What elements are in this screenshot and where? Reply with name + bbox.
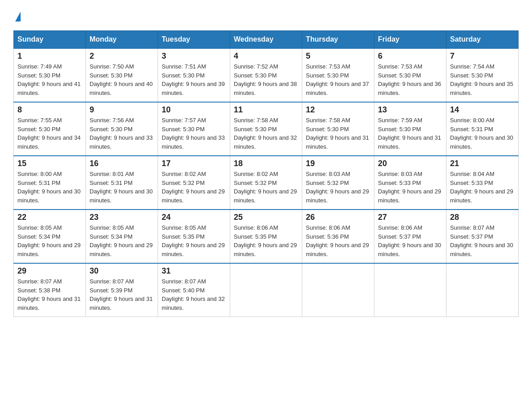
day-number: 11 [234,105,298,115]
day-number: 10 [162,105,226,115]
calendar-cell: 8 Sunrise: 7:55 AM Sunset: 5:30 PM Dayli… [14,102,86,156]
day-number: 14 [450,105,515,115]
calendar-cell: 3 Sunrise: 7:51 AM Sunset: 5:30 PM Dayli… [158,48,230,102]
calendar-cell: 21 Sunrise: 8:04 AM Sunset: 5:33 PM Dayl… [446,156,519,210]
calendar-cell: 5 Sunrise: 7:53 AM Sunset: 5:30 PM Dayli… [302,48,374,102]
day-info: Sunrise: 7:51 AM Sunset: 5:30 PM Dayligh… [162,62,226,97]
day-number: 1 [17,51,82,61]
calendar-cell [230,263,302,317]
calendar-cell: 23 Sunrise: 8:05 AM Sunset: 5:34 PM Dayl… [86,210,158,263]
day-info: Sunrise: 8:05 AM Sunset: 5:34 PM Dayligh… [17,223,82,258]
calendar-cell: 4 Sunrise: 7:52 AM Sunset: 5:30 PM Dayli… [230,48,302,102]
day-info: Sunrise: 8:00 AM Sunset: 5:31 PM Dayligh… [17,170,82,205]
calendar-cell: 20 Sunrise: 8:03 AM Sunset: 5:33 PM Dayl… [374,156,446,210]
calendar-cell: 17 Sunrise: 8:02 AM Sunset: 5:32 PM Dayl… [158,156,230,210]
day-number: 2 [90,51,154,61]
calendar-cell: 26 Sunrise: 8:06 AM Sunset: 5:36 PM Dayl… [302,210,374,263]
day-number: 22 [17,213,82,222]
day-number: 6 [378,51,442,61]
day-info: Sunrise: 7:54 AM Sunset: 5:30 PM Dayligh… [450,62,515,97]
day-info: Sunrise: 7:49 AM Sunset: 5:30 PM Dayligh… [17,62,82,97]
week-row-1: 1 Sunrise: 7:49 AM Sunset: 5:30 PM Dayli… [14,48,519,102]
day-info: Sunrise: 7:52 AM Sunset: 5:30 PM Dayligh… [234,62,298,97]
logo-text [13,9,21,21]
day-number: 13 [378,105,442,115]
calendar-cell: 28 Sunrise: 8:07 AM Sunset: 5:37 PM Dayl… [446,210,519,263]
day-number: 3 [162,51,226,61]
calendar-cell: 16 Sunrise: 8:01 AM Sunset: 5:31 PM Dayl… [86,156,158,210]
weekday-header-row: SundayMondayTuesdayWednesdayThursdayFrid… [14,31,519,49]
weekday-header-friday: Friday [374,31,446,49]
day-info: Sunrise: 7:55 AM Sunset: 5:30 PM Dayligh… [17,116,82,151]
day-number: 24 [162,213,226,222]
week-row-5: 29 Sunrise: 8:07 AM Sunset: 5:38 PM Dayl… [14,263,519,317]
day-number: 26 [306,213,370,222]
day-number: 21 [450,159,515,168]
day-info: Sunrise: 7:59 AM Sunset: 5:30 PM Dayligh… [378,116,442,151]
day-info: Sunrise: 7:56 AM Sunset: 5:30 PM Dayligh… [90,116,154,151]
day-number: 15 [17,159,82,168]
weekday-header-monday: Monday [86,31,158,49]
day-info: Sunrise: 8:05 AM Sunset: 5:35 PM Dayligh… [162,223,226,258]
calendar-cell: 27 Sunrise: 8:06 AM Sunset: 5:37 PM Dayl… [374,210,446,263]
calendar-cell: 9 Sunrise: 7:56 AM Sunset: 5:30 PM Dayli… [86,102,158,156]
day-number: 20 [378,159,442,168]
day-number: 7 [450,51,515,61]
day-number: 9 [90,105,154,115]
week-row-2: 8 Sunrise: 7:55 AM Sunset: 5:30 PM Dayli… [14,102,519,156]
day-number: 12 [306,105,370,115]
day-info: Sunrise: 8:07 AM Sunset: 5:38 PM Dayligh… [17,277,82,312]
day-info: Sunrise: 8:02 AM Sunset: 5:32 PM Dayligh… [234,170,298,205]
calendar-cell: 30 Sunrise: 8:07 AM Sunset: 5:39 PM Dayl… [86,263,158,317]
calendar-cell: 11 Sunrise: 7:58 AM Sunset: 5:30 PM Dayl… [230,102,302,156]
calendar-cell: 18 Sunrise: 8:02 AM Sunset: 5:32 PM Dayl… [230,156,302,210]
day-info: Sunrise: 7:53 AM Sunset: 5:30 PM Dayligh… [306,62,370,97]
calendar-cell: 13 Sunrise: 7:59 AM Sunset: 5:30 PM Dayl… [374,102,446,156]
weekday-header-tuesday: Tuesday [158,31,230,49]
calendar-cell [446,263,519,317]
week-row-3: 15 Sunrise: 8:00 AM Sunset: 5:31 PM Dayl… [14,156,519,210]
day-info: Sunrise: 8:07 AM Sunset: 5:40 PM Dayligh… [162,277,226,312]
calendar-cell: 14 Sunrise: 8:00 AM Sunset: 5:31 PM Dayl… [446,102,519,156]
calendar-cell: 10 Sunrise: 7:57 AM Sunset: 5:30 PM Dayl… [158,102,230,156]
day-number: 25 [234,213,298,222]
day-info: Sunrise: 7:58 AM Sunset: 5:30 PM Dayligh… [234,116,298,151]
day-number: 8 [17,105,82,115]
day-info: Sunrise: 8:05 AM Sunset: 5:34 PM Dayligh… [90,223,154,258]
day-number: 16 [90,159,154,168]
day-info: Sunrise: 7:53 AM Sunset: 5:30 PM Dayligh… [378,62,442,97]
day-info: Sunrise: 8:07 AM Sunset: 5:39 PM Dayligh… [90,277,154,312]
day-number: 31 [162,266,226,276]
day-number: 23 [90,213,154,222]
weekday-header-saturday: Saturday [446,31,519,49]
day-number: 18 [234,159,298,168]
calendar-cell [374,263,446,317]
day-info: Sunrise: 8:06 AM Sunset: 5:36 PM Dayligh… [306,223,370,258]
day-info: Sunrise: 8:03 AM Sunset: 5:32 PM Dayligh… [306,170,370,205]
calendar-cell: 1 Sunrise: 7:49 AM Sunset: 5:30 PM Dayli… [14,48,86,102]
logo-triangle-icon [15,12,21,21]
day-info: Sunrise: 8:01 AM Sunset: 5:31 PM Dayligh… [90,170,154,205]
day-number: 19 [306,159,370,168]
day-number: 28 [450,213,515,222]
calendar-cell: 31 Sunrise: 8:07 AM Sunset: 5:40 PM Dayl… [158,263,230,317]
weekday-header-wednesday: Wednesday [230,31,302,49]
calendar-cell: 15 Sunrise: 8:00 AM Sunset: 5:31 PM Dayl… [14,156,86,210]
calendar-cell: 22 Sunrise: 8:05 AM Sunset: 5:34 PM Dayl… [14,210,86,263]
calendar-cell: 19 Sunrise: 8:03 AM Sunset: 5:32 PM Dayl… [302,156,374,210]
day-number: 5 [306,51,370,61]
calendar-cell [302,263,374,317]
day-number: 30 [90,266,154,276]
calendar-cell: 25 Sunrise: 8:06 AM Sunset: 5:35 PM Dayl… [230,210,302,263]
calendar-cell: 2 Sunrise: 7:50 AM Sunset: 5:30 PM Dayli… [86,48,158,102]
day-info: Sunrise: 8:06 AM Sunset: 5:35 PM Dayligh… [234,223,298,258]
page-header [13,9,519,21]
day-info: Sunrise: 8:04 AM Sunset: 5:33 PM Dayligh… [450,170,515,205]
calendar-cell: 24 Sunrise: 8:05 AM Sunset: 5:35 PM Dayl… [158,210,230,263]
day-info: Sunrise: 7:58 AM Sunset: 5:30 PM Dayligh… [306,116,370,151]
day-info: Sunrise: 8:02 AM Sunset: 5:32 PM Dayligh… [162,170,226,205]
day-number: 4 [234,51,298,61]
day-info: Sunrise: 8:03 AM Sunset: 5:33 PM Dayligh… [378,170,442,205]
calendar-table: SundayMondayTuesdayWednesdayThursdayFrid… [13,30,519,317]
weekday-header-sunday: Sunday [14,31,86,49]
